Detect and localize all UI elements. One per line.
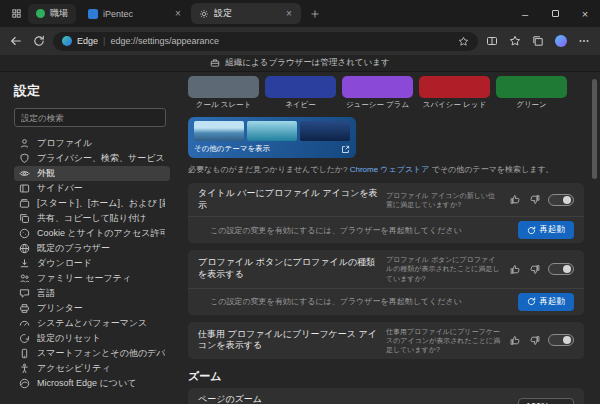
thumb-up-icon[interactable]: [510, 335, 521, 346]
store-hint-prefix: 必要なものがまだ見つかりませんでしたか?: [188, 165, 350, 174]
tabs-icon: [19, 198, 30, 209]
sidebar-item-printers[interactable]: プリンター: [14, 301, 170, 316]
maximize-button[interactable]: [540, 0, 570, 27]
feedback-question: 仕事用プロファイルにブリーフケースのアイコンが表示されたことに満足していますか?: [386, 327, 502, 354]
sidebar-item-appearance[interactable]: 外観: [14, 166, 170, 181]
thumb-up-icon[interactable]: [510, 264, 521, 275]
back-icon[interactable]: [7, 32, 25, 50]
sidebar-item-languages[interactable]: 言語: [14, 286, 170, 301]
restart-button[interactable]: 再起動: [518, 221, 575, 239]
thumb-down-icon[interactable]: [529, 194, 540, 205]
feedback-question: プロファイル ボタンにプロファイルの種類が表示されたことに満足していますか?: [386, 255, 502, 282]
setting-card-page-zoom: ページのズーム すべてのサイトの既定のズームレベルです。特定のサイトのズームレベ…: [188, 388, 584, 404]
chrome-web-store-link[interactable]: Chrome ウェブストア: [350, 165, 430, 174]
sidebar-item-start-home-newtab[interactable]: [スタート]、[ホーム]、および [新規] タブ: [14, 196, 170, 211]
more-themes-label: その他のテーマを表示: [194, 144, 337, 154]
sidebar-item-profiles[interactable]: プロファイル: [14, 136, 170, 151]
theme-label: スパイシー レッド: [419, 100, 490, 110]
sidebar-item-about-edge[interactable]: Microsoft Edge について: [14, 376, 170, 391]
theme-label: グリーン: [496, 100, 567, 110]
split-screen-icon[interactable]: [483, 32, 501, 50]
theme-swatch-green[interactable]: グリーン: [496, 76, 567, 110]
tab-close-icon[interactable]: ×: [171, 7, 185, 21]
settings-page: 設定 プロファイル プライバシー、検索、サービス 外観: [0, 72, 600, 404]
theme-swatch-juicy-plum[interactable]: ジューシー プラム: [342, 76, 413, 110]
more-menu-icon[interactable]: [575, 32, 593, 50]
more-themes-card[interactable]: その他のテーマを表示: [188, 117, 356, 158]
speedometer-icon: [19, 318, 30, 329]
scrollbar-track[interactable]: [592, 75, 597, 401]
toggle-profile-type[interactable]: [548, 263, 574, 275]
managed-by-org-banner: 組織によるブラウザーは管理されています: [0, 55, 600, 72]
minimize-button[interactable]: –: [510, 0, 540, 27]
toggle-work-briefcase-icon[interactable]: [548, 334, 574, 346]
tab-actions-icon[interactable]: [6, 4, 26, 24]
browser-toolbar: Edge | edge://settings/appearance: [0, 27, 600, 55]
new-tab-button[interactable]: [305, 4, 325, 24]
sidebar-item-system-performance[interactable]: システムとパフォーマンス: [14, 316, 170, 331]
edge-logo-icon: [19, 378, 30, 389]
zoom-row-title: ページのズーム: [198, 394, 508, 404]
theme-swatch-navy[interactable]: ネイビー: [265, 76, 336, 110]
settings-search-input[interactable]: [21, 113, 159, 123]
tab-label: iPentec: [103, 9, 166, 19]
restart-button[interactable]: 再起動: [518, 293, 575, 311]
favorites-icon[interactable]: [506, 32, 524, 50]
theme-swatch-cool-slate[interactable]: クール スレート: [188, 76, 259, 110]
refresh-icon[interactable]: [30, 32, 48, 50]
person-icon: [19, 138, 30, 149]
theme-color-block: [265, 76, 336, 98]
workspace-label: 職場: [50, 7, 68, 20]
sidebar-item-cookies[interactable]: Cookie とサイトのアクセス許可: [14, 226, 170, 241]
thumb-up-icon[interactable]: [510, 194, 521, 205]
tab-close-icon[interactable]: ×: [282, 7, 296, 21]
copy-icon: [19, 213, 30, 224]
settings-search-box[interactable]: [14, 108, 166, 127]
zoom-select[interactable]: 100%: [518, 398, 574, 404]
globe-icon: [19, 243, 30, 254]
workspace-chip[interactable]: 職場: [28, 4, 76, 24]
store-hint: 必要なものがまだ見つかりませんでしたか? Chrome ウェブストア でその他の…: [188, 164, 584, 175]
tab-label: 設定: [214, 7, 277, 20]
toggle-titlebar-profile-icon[interactable]: [548, 194, 574, 206]
address-bar[interactable]: Edge | edge://settings/appearance: [53, 32, 478, 51]
sidebar-item-phone-devices[interactable]: スマートフォンとその他のデバイス: [14, 346, 170, 361]
external-link-icon: [341, 145, 350, 154]
sidebar-item-sidebar[interactable]: サイドバー: [14, 181, 170, 196]
sidebar-item-accessibility[interactable]: アクセシビリティ: [14, 361, 170, 376]
sidebar-item-family-safety[interactable]: ファミリー セーフティ: [14, 271, 170, 286]
sidebar-item-reset-settings[interactable]: 設定のリセット: [14, 331, 170, 346]
restart-button-label: 再起動: [540, 224, 566, 236]
setting-card-work-briefcase-icon: 仕事用 プロファイルにブリーフケース アイコンを表示する 仕事用プロファイルにブ…: [188, 322, 584, 359]
thumb-down-icon[interactable]: [529, 335, 540, 346]
theme-color-block: [188, 76, 259, 98]
sidebar-item-share-copy-paste[interactable]: 共有、コピーして貼り付け: [14, 211, 170, 226]
gear-icon: [199, 9, 209, 19]
theme-label: ネイビー: [265, 100, 336, 110]
thumb-down-icon[interactable]: [529, 264, 540, 275]
favorite-star-icon[interactable]: [458, 36, 469, 47]
tab-ipentec[interactable]: iPentec ×: [80, 3, 190, 24]
workspace-avatar: [36, 9, 45, 18]
tab-settings[interactable]: 設定 ×: [191, 3, 301, 24]
address-separator: |: [103, 36, 105, 46]
scrollbar-thumb[interactable]: [592, 79, 597, 179]
settings-sidebar: 設定 プロファイル プライバシー、検索、サービス 外観: [0, 72, 178, 404]
shield-icon: [19, 153, 30, 164]
restart-note: この設定の変更を有効にするには、ブラウザーを再起動してください: [210, 296, 510, 307]
sidebar-item-downloads[interactable]: ダウンロード: [14, 256, 170, 271]
close-button[interactable]: ×: [570, 0, 600, 27]
theme-swatches: クール スレート ネイビー ジューシー プラム スパイシー レッド グリーン: [188, 76, 584, 110]
address-brand: Edge: [77, 36, 98, 46]
setting-card-profile-type: プロファイル ボタンにプロファイルの種類を表示する プロファイル ボタンにプロフ…: [188, 250, 584, 314]
copilot-icon[interactable]: [552, 32, 570, 50]
collections-icon[interactable]: [529, 32, 547, 50]
theme-preview-images: [194, 121, 350, 141]
theme-swatch-spicy-red[interactable]: スパイシー レッド: [419, 76, 490, 110]
sidebar-item-privacy[interactable]: プライバシー、検索、サービス: [14, 151, 170, 166]
sidebar-item-default-browser[interactable]: 既定のブラウザー: [14, 241, 170, 256]
eye-icon: [19, 168, 30, 179]
theme-color-block: [496, 76, 567, 98]
window-controls: – ×: [510, 0, 600, 27]
sidebar-layout-icon: [19, 183, 30, 194]
